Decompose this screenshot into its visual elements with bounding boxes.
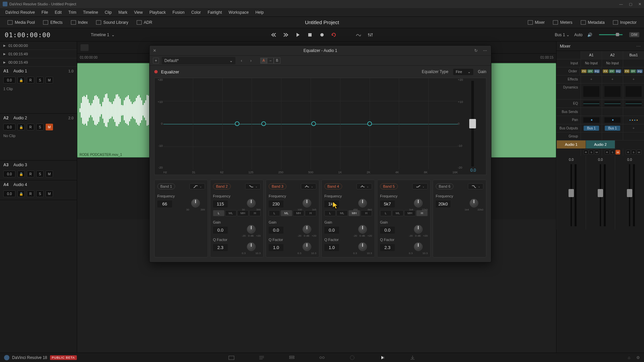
home-icon[interactable]: ⌂ bbox=[628, 355, 630, 360]
master-timecode[interactable]: 01:00:00:00 bbox=[5, 31, 51, 39]
metadata-button[interactable]: Metadata bbox=[577, 20, 609, 25]
track-volume[interactable]: 0.0 bbox=[3, 124, 15, 130]
effects-button[interactable]: Effects bbox=[39, 20, 66, 25]
window-maximize[interactable]: ▢ bbox=[629, 2, 632, 6]
page-color-icon[interactable] bbox=[349, 354, 356, 361]
band-enable-toggle[interactable]: Band 1 bbox=[157, 183, 175, 189]
fader-slider[interactable] bbox=[600, 164, 601, 226]
eq-node-3[interactable] bbox=[261, 121, 266, 126]
menu-mark[interactable]: Mark bbox=[115, 10, 131, 15]
range-l-button[interactable]: L bbox=[213, 210, 224, 216]
range-ml-button[interactable]: ML bbox=[225, 210, 236, 216]
loop-button[interactable] bbox=[331, 32, 337, 38]
reset-icon[interactable]: ↻ bbox=[474, 48, 478, 53]
mixer-channel-name[interactable]: Audio 2 bbox=[586, 140, 615, 148]
frequency-knob[interactable] bbox=[303, 199, 311, 207]
solo-button[interactable]: S bbox=[36, 77, 44, 83]
band-enable-toggle[interactable]: Band 4 bbox=[324, 183, 342, 189]
lock-icon[interactable]: 🔒 bbox=[17, 190, 25, 197]
solo-button[interactable]: S bbox=[36, 190, 44, 197]
preset-prev-button[interactable]: ‹ bbox=[238, 57, 245, 64]
page-media-icon[interactable] bbox=[228, 354, 235, 361]
track-header-a4[interactable]: A4Audio 40.0🔒RSM bbox=[0, 180, 77, 200]
mx-fx-cell[interactable]: + bbox=[623, 75, 644, 83]
mx-pan-cell[interactable] bbox=[623, 116, 644, 124]
gain-knob[interactable] bbox=[414, 225, 423, 234]
gain-value[interactable]: 0.0 bbox=[269, 227, 283, 234]
automation-mode-icon[interactable] bbox=[355, 32, 362, 38]
mixer-channel-name[interactable]: Audio 1 bbox=[556, 140, 586, 148]
mx-fx-cell[interactable]: + bbox=[602, 75, 623, 83]
mixer-channel-header[interactable]: Bus1 bbox=[623, 51, 644, 59]
eq-graph[interactable]: +20+100-10-20 +20+100-10-20 Hz3162125250… bbox=[154, 78, 486, 175]
window-close[interactable]: ✕ bbox=[638, 2, 641, 6]
timecode-marker[interactable]: ▶01:00:00:00 bbox=[0, 42, 77, 50]
gain-knob[interactable] bbox=[247, 225, 256, 234]
ab-a-button[interactable]: A bbox=[260, 58, 267, 64]
mx-grp-cell[interactable] bbox=[602, 132, 623, 140]
auto-label[interactable]: Auto bbox=[574, 33, 583, 37]
mixer-channel-name[interactable] bbox=[615, 140, 644, 148]
stop-button[interactable] bbox=[307, 32, 313, 38]
eq-titlebar[interactable]: ✕ Equalizer - Audio 1 ↻ ⋯ bbox=[150, 46, 491, 56]
arm-button[interactable]: R bbox=[626, 150, 631, 155]
band-shape-select[interactable]: ⌄ bbox=[468, 183, 483, 189]
mx-bs-cell[interactable] bbox=[623, 108, 644, 116]
master-gain-value[interactable]: 0.0 bbox=[470, 168, 476, 173]
band-shape-select[interactable]: ⌄ bbox=[190, 183, 205, 189]
page-edit-icon[interactable] bbox=[288, 354, 295, 361]
arm-button[interactable]: R bbox=[27, 171, 34, 177]
page-fusion-icon[interactable] bbox=[319, 354, 325, 361]
mx-eq-cell[interactable] bbox=[581, 100, 602, 108]
menu-color[interactable]: Color bbox=[188, 10, 204, 15]
monitor-volume-slider[interactable] bbox=[599, 34, 623, 35]
band-shape-select[interactable]: ⌄ bbox=[357, 183, 372, 189]
mute-button[interactable]: M bbox=[46, 171, 53, 177]
range-ml-button[interactable]: ML bbox=[281, 210, 292, 216]
mx-order-cell[interactable]: FXDYEQ bbox=[623, 67, 644, 75]
frequency-knob[interactable] bbox=[191, 199, 200, 207]
band-enable-toggle[interactable]: Band 2 bbox=[213, 183, 231, 189]
mx-input-cell[interactable]: No Input bbox=[602, 59, 623, 67]
lock-icon[interactable]: 🔒 bbox=[17, 124, 25, 130]
menu-timeline[interactable]: Timeline bbox=[79, 10, 101, 15]
frequency-value[interactable]: 230 bbox=[269, 200, 283, 207]
close-icon[interactable]: ✕ bbox=[153, 48, 156, 53]
track-header-a2[interactable]: A2Audio 22.00.0🔒RSMNo Clip bbox=[0, 114, 77, 161]
frequency-knob[interactable] bbox=[470, 199, 478, 207]
dim-button[interactable]: DIM bbox=[629, 32, 639, 37]
ab-swap-button[interactable]: → bbox=[267, 58, 274, 64]
page-fairlight-icon[interactable] bbox=[379, 354, 386, 361]
media-pool-button[interactable]: Media Pool bbox=[3, 20, 39, 25]
gain-knob[interactable] bbox=[303, 225, 311, 234]
qfactor-knob[interactable] bbox=[414, 242, 423, 251]
mx-input-cell[interactable] bbox=[623, 59, 644, 67]
mx-dyn-cell[interactable] bbox=[623, 83, 644, 99]
track-volume[interactable]: 0.0 bbox=[3, 77, 15, 83]
range-l-button[interactable]: L bbox=[380, 210, 391, 216]
mx-order-cell[interactable]: FXDYEQ bbox=[580, 67, 601, 75]
frequency-knob[interactable] bbox=[358, 199, 367, 207]
band-shape-select[interactable]: ⌄ bbox=[301, 183, 316, 189]
track-volume[interactable]: 0.0 bbox=[3, 190, 15, 197]
solo-button[interactable]: S bbox=[631, 150, 636, 155]
band-enable-toggle[interactable]: Band 6 bbox=[436, 183, 453, 189]
qfactor-value[interactable]: 2.3 bbox=[380, 244, 395, 251]
bus-selector[interactable]: Bus 1 ⌄ bbox=[555, 33, 570, 37]
menu-playback[interactable]: Playback bbox=[146, 10, 169, 15]
meters-button[interactable]: Meters bbox=[549, 20, 577, 25]
menu-file[interactable]: File bbox=[38, 10, 51, 15]
mx-dyn-cell[interactable] bbox=[581, 83, 602, 99]
band-enable-toggle[interactable]: Band 3 bbox=[269, 183, 286, 189]
index-button[interactable]: Index bbox=[67, 20, 92, 25]
qfactor-knob[interactable] bbox=[247, 242, 256, 251]
sliders-icon[interactable] bbox=[367, 32, 374, 38]
frequency-value[interactable]: 1k1 bbox=[324, 200, 339, 207]
mx-grp-cell[interactable] bbox=[623, 132, 644, 140]
window-minimize[interactable]: — bbox=[619, 2, 623, 6]
gain-value[interactable]: 0.0 bbox=[324, 227, 339, 234]
mx-arsm-cell[interactable]: RSM bbox=[623, 148, 644, 156]
mute-button[interactable]: M bbox=[46, 77, 53, 83]
track-header-a1[interactable]: A1Audio 11.00.0🔒RSM1 Clip bbox=[0, 67, 77, 114]
timecode-marker[interactable]: ▶00:00:15:49 bbox=[0, 58, 77, 67]
